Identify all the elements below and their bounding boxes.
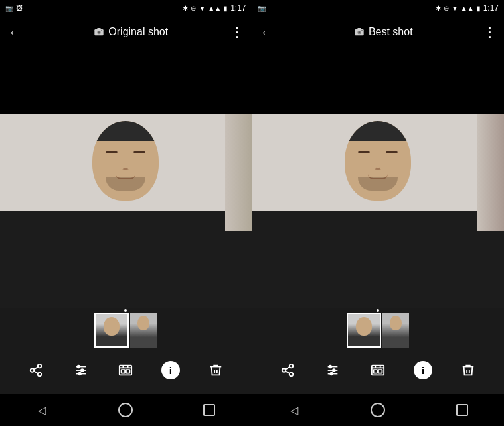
right-camera-burst-icon <box>354 27 365 37</box>
left-black-area <box>0 48 252 114</box>
left-share-button[interactable] <box>24 358 48 382</box>
svg-point-28 <box>282 368 286 372</box>
right-status-bar: 📷 ✱ ⊖ ▼ ▲▲ ▮ 1:17 <box>252 0 505 16</box>
right-nose <box>374 161 382 170</box>
right-slideshow-button[interactable] <box>366 358 390 382</box>
right-toolbar: ← Best shot ⋮ <box>252 16 505 48</box>
left-nav-recent-button[interactable] <box>196 397 222 423</box>
left-thumb2-inner <box>130 313 157 348</box>
left-panel: 📷 🖼 ✱ ⊖ ▼ ▲▲ ▮ 1:17 ← Original shot ⋮ <box>0 0 252 426</box>
right-info-button[interactable]: i <box>411 358 435 382</box>
svg-point-6 <box>31 368 35 372</box>
left-slideshow-button[interactable] <box>114 358 137 382</box>
svg-point-15 <box>78 373 81 375</box>
right-beard <box>358 177 398 191</box>
right-minus-circle-icon: ⊖ <box>444 5 449 12</box>
left-person-photo <box>0 114 252 308</box>
left-status-icons-left: 📷 🖼 <box>5 5 23 12</box>
left-nav-home-icon <box>118 403 133 417</box>
right-adjust-button[interactable] <box>321 358 345 382</box>
right-thumb-dot <box>377 309 379 312</box>
left-more-button[interactable]: ⋮ <box>230 24 244 40</box>
left-nav-recent-icon <box>203 404 215 416</box>
left-beard <box>106 177 145 191</box>
left-toolbar: ← Original shot ⋮ <box>0 16 252 48</box>
right-bottom-bar: i <box>252 308 505 394</box>
right-black-area <box>252 48 505 114</box>
right-nav-bar: ◁ <box>252 394 505 426</box>
right-nav-back-icon: ◁ <box>290 404 298 417</box>
left-camera-burst-icon <box>94 27 104 37</box>
right-battery-icon: ▮ <box>477 5 481 12</box>
left-thumbnail-row <box>94 313 157 348</box>
svg-rect-21 <box>126 370 130 373</box>
left-thumb-face <box>104 317 120 336</box>
right-hair <box>345 121 411 141</box>
right-person-photo <box>252 114 505 308</box>
right-share-button[interactable] <box>276 358 299 382</box>
left-delete-button[interactable] <box>204 358 228 382</box>
right-thumb2-face <box>390 316 402 330</box>
left-thumbnail-second[interactable] <box>130 313 157 348</box>
signal-icon: ▲▲ <box>208 5 221 12</box>
right-thumbnail-second[interactable] <box>382 313 409 348</box>
svg-point-7 <box>38 373 42 377</box>
svg-rect-25 <box>357 28 361 29</box>
right-nav-recent-button[interactable] <box>449 397 475 423</box>
right-status-icons-left: 📷 <box>258 5 266 12</box>
left-head <box>86 121 165 214</box>
battery-icon: ▮ <box>224 5 228 12</box>
minus-circle-icon: ⊖ <box>191 5 196 12</box>
left-thumbnail-selected[interactable] <box>94 313 129 348</box>
left-bg-shirt <box>0 211 252 308</box>
left-thumb2-face <box>137 316 149 330</box>
right-nav-home-button[interactable] <box>365 397 391 423</box>
right-back-button[interactable]: ← <box>260 25 274 40</box>
svg-point-36 <box>333 369 335 372</box>
right-bg-shirt <box>252 211 505 308</box>
left-info-symbol: i <box>169 365 172 376</box>
left-nav-bar: ◁ <box>0 394 252 426</box>
left-eye-right <box>133 151 145 153</box>
svg-point-26 <box>361 30 363 31</box>
left-nose <box>122 161 129 170</box>
right-wifi-icon: ▼ <box>452 5 458 12</box>
left-thumb-inner <box>96 314 127 346</box>
left-status-bar: 📷 🖼 ✱ ⊖ ▼ ▲▲ ▮ 1:17 <box>0 0 252 16</box>
left-photo-area <box>0 114 252 308</box>
left-adjust-button[interactable] <box>69 358 93 382</box>
right-nav-back-button[interactable]: ◁ <box>281 397 307 423</box>
right-nav-home-icon <box>371 403 385 417</box>
right-eye-right <box>386 151 398 153</box>
right-eye-left <box>358 151 370 153</box>
svg-rect-43 <box>378 370 382 373</box>
right-bluetooth-icon: ✱ <box>436 5 441 12</box>
right-status-time: 1:17 <box>483 3 499 13</box>
left-eye-left <box>106 151 118 153</box>
left-nav-home-button[interactable] <box>112 397 139 423</box>
right-status-icons-right: ✱ ⊖ ▼ ▲▲ ▮ 1:17 <box>436 3 499 13</box>
right-thumb-face <box>356 317 372 336</box>
left-toolbar-title: Original shot <box>108 26 168 38</box>
svg-point-14 <box>81 369 84 372</box>
right-info-symbol: i <box>422 365 424 376</box>
left-hair <box>92 121 159 141</box>
left-status-icons-right: ✱ ⊖ ▼ ▲▲ ▮ 1:17 <box>183 3 246 13</box>
svg-point-24 <box>359 31 361 33</box>
right-thumbnail-selected[interactable] <box>347 313 381 348</box>
right-thumb2-inner <box>382 313 409 348</box>
left-info-button[interactable]: i <box>159 358 183 382</box>
right-toolbar-title: Best shot <box>369 26 413 38</box>
right-more-button[interactable]: ⋮ <box>483 24 496 40</box>
left-back-button[interactable]: ← <box>8 25 21 40</box>
right-photo-area <box>252 114 505 308</box>
right-thumb-inner <box>348 314 380 346</box>
left-nav-back-button[interactable]: ◁ <box>29 397 55 423</box>
notification-icon-2: 🖼 <box>16 5 23 12</box>
right-delete-button[interactable] <box>456 358 480 382</box>
svg-rect-3 <box>98 28 101 29</box>
left-head-shape <box>92 121 159 201</box>
svg-point-27 <box>290 364 294 368</box>
svg-point-4 <box>101 30 102 31</box>
left-toolbar-title-area: Original shot <box>32 26 230 38</box>
